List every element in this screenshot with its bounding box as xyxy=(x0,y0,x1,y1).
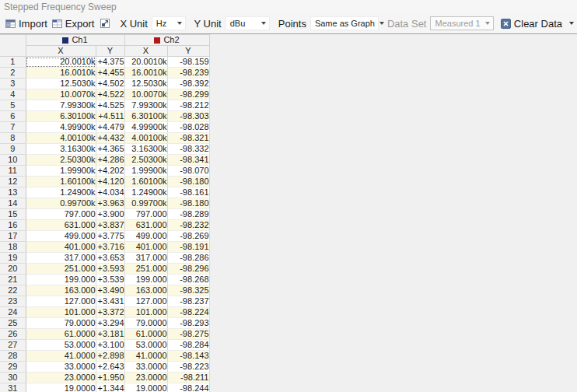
ch1-y-cell[interactable]: +3.539 xyxy=(96,275,124,285)
row-number[interactable]: 30 xyxy=(0,373,26,383)
ch2-group-header[interactable]: Ch2 xyxy=(124,35,209,46)
row-number[interactable]: 23 xyxy=(0,296,26,307)
ch2-x-cell[interactable]: 797.000 xyxy=(124,209,167,220)
ch1-x-cell[interactable]: 199.000 xyxy=(26,275,96,285)
ch2-y-cell[interactable]: -98.070 xyxy=(167,166,209,177)
ch1-x-cell[interactable]: 401.000 xyxy=(26,242,96,253)
ch2-y-cell[interactable]: -98.286 xyxy=(167,253,209,264)
row-number[interactable]: 4 xyxy=(0,89,26,100)
ch1-y-cell[interactable]: +3.716 xyxy=(96,242,124,253)
row-number[interactable]: 7 xyxy=(0,122,26,133)
ch2-y-cell[interactable]: -98.303 xyxy=(167,111,209,122)
x-unit-combo[interactable]: Hz xyxy=(152,16,186,30)
row-number[interactable]: 15 xyxy=(0,209,26,220)
corner-header-cell[interactable] xyxy=(0,35,26,57)
ch1-y-cell[interactable]: +3.653 xyxy=(96,253,124,264)
row-number[interactable]: 18 xyxy=(0,242,26,253)
ch1-y-cell[interactable]: +3.431 xyxy=(96,296,124,307)
ch1-y-cell[interactable]: +3.900 xyxy=(96,209,124,220)
row-number[interactable]: 3 xyxy=(0,79,26,89)
ch2-x-cell[interactable]: 10.0070k xyxy=(124,89,167,100)
row-number[interactable]: 25 xyxy=(0,318,26,329)
ch2-y-cell[interactable]: -98.161 xyxy=(167,187,209,198)
ch1-x-cell[interactable]: 317.000 xyxy=(26,253,96,264)
ch1-y-cell[interactable]: +3.963 xyxy=(96,198,124,209)
ch1-x-cell[interactable]: 79.0000 xyxy=(26,318,96,329)
ch2-y-cell[interactable]: -98.392 xyxy=(167,79,209,89)
ch2-x-cell[interactable]: 317.000 xyxy=(124,253,167,264)
ch2-x-cell[interactable]: 23.0000 xyxy=(124,373,167,383)
row-number[interactable]: 14 xyxy=(0,198,26,209)
ch1-y-cell[interactable]: +2.898 xyxy=(96,351,124,362)
ch1-x-cell[interactable]: 53.0000 xyxy=(26,340,96,351)
row-number[interactable]: 16 xyxy=(0,220,26,231)
row-number[interactable]: 5 xyxy=(0,100,26,111)
ch2-x-cell[interactable]: 79.0000 xyxy=(124,318,167,329)
ch2-x-cell[interactable]: 7.99300k xyxy=(124,100,167,111)
ch1-y-cell[interactable]: +3.490 xyxy=(96,285,124,296)
ch1-x-cell[interactable]: 1.60100k xyxy=(26,177,96,187)
ch2-x-cell[interactable]: 4.99900k xyxy=(124,122,167,133)
row-number[interactable]: 11 xyxy=(0,166,26,177)
ch1-y-cell[interactable]: +4.375 xyxy=(96,57,124,68)
row-number[interactable]: 10 xyxy=(0,155,26,166)
ch1-x-cell[interactable]: 631.000 xyxy=(26,220,96,231)
ch2-x-cell[interactable]: 1.60100k xyxy=(124,177,167,187)
row-number[interactable]: 29 xyxy=(0,362,26,373)
ch1-y-cell[interactable]: +3.100 xyxy=(96,340,124,351)
clear-data-dropdown-caret[interactable] xyxy=(569,22,574,25)
ch1-x-cell[interactable]: 41.0000 xyxy=(26,351,96,362)
row-number[interactable]: 6 xyxy=(0,111,26,122)
ch1-y-cell[interactable]: +4.202 xyxy=(96,166,124,177)
y-unit-combo[interactable]: dBu xyxy=(226,16,270,30)
ch1-x-cell[interactable]: 10.0070k xyxy=(26,89,96,100)
ch2-x-cell[interactable]: 631.000 xyxy=(124,220,167,231)
row-number[interactable]: 13 xyxy=(0,187,26,198)
ch1-x-cell[interactable]: 19.0000 xyxy=(26,383,96,392)
ch2-y-cell[interactable]: -98.191 xyxy=(167,242,209,253)
ch1-x-cell[interactable]: 1.24900k xyxy=(26,187,96,198)
ch1-x-cell[interactable]: 0.99700k xyxy=(26,198,96,209)
ch2-x-cell[interactable]: 101.000 xyxy=(124,307,167,318)
ch2-x-cell[interactable]: 53.0000 xyxy=(124,340,167,351)
ch2-y-cell[interactable]: -98.212 xyxy=(167,100,209,111)
ch1-x-cell[interactable]: 12.5030k xyxy=(26,79,96,89)
ch1-y-cell[interactable]: +1.344 xyxy=(96,383,124,392)
ch2-y-cell[interactable]: -98.325 xyxy=(167,285,209,296)
ch2-y-cell[interactable]: -98.223 xyxy=(167,362,209,373)
ch1-x-cell[interactable]: 127.000 xyxy=(26,296,96,307)
ch1-x-cell[interactable]: 499.000 xyxy=(26,231,96,242)
ch2-x-cell[interactable]: 1.99900k xyxy=(124,166,167,177)
ch1-x-cell[interactable]: 3.16300k xyxy=(26,144,96,155)
ch1-y-cell[interactable]: +3.372 xyxy=(96,307,124,318)
ch2-x-cell[interactable]: 1.24900k xyxy=(124,187,167,198)
ch1-y-cell[interactable]: +3.294 xyxy=(96,318,124,329)
ch2-y-cell[interactable]: -98.268 xyxy=(167,275,209,285)
ch2-x-cell[interactable]: 163.000 xyxy=(124,285,167,296)
ch2-x-cell[interactable]: 16.0010k xyxy=(124,68,167,79)
row-number[interactable]: 24 xyxy=(0,307,26,318)
ch2-x-cell[interactable]: 6.30100k xyxy=(124,111,167,122)
ch2-y-cell[interactable]: -98.321 xyxy=(167,133,209,144)
ch2-y-cell[interactable]: -98.275 xyxy=(167,329,209,340)
ch2-x-cell[interactable]: 0.99700k xyxy=(124,198,167,209)
ch1-x-cell[interactable]: 61.0000 xyxy=(26,329,96,340)
ch2-x-cell[interactable]: 4.00100k xyxy=(124,133,167,144)
ch1-x-cell[interactable]: 6.30100k xyxy=(26,111,96,122)
export-button[interactable]: Export xyxy=(50,16,97,31)
ch1-y-cell[interactable]: +3.837 xyxy=(96,220,124,231)
ch2-y-cell[interactable]: -98.269 xyxy=(167,231,209,242)
ch1-x-cell[interactable]: 23.0000 xyxy=(26,373,96,383)
ch2-x-cell[interactable]: 12.5030k xyxy=(124,79,167,89)
ch2-x-column-header[interactable]: X xyxy=(124,46,167,57)
ch2-x-cell[interactable]: 61.0000 xyxy=(124,329,167,340)
ch1-x-cell[interactable]: 20.0010k xyxy=(26,57,96,68)
clear-data-button[interactable]: Clear Data xyxy=(498,16,565,31)
ch1-y-cell[interactable]: +4.502 xyxy=(96,79,124,89)
ch1-y-cell[interactable]: +4.455 xyxy=(96,68,124,79)
ch1-y-cell[interactable]: +4.286 xyxy=(96,155,124,166)
ch1-y-cell[interactable]: +2.643 xyxy=(96,362,124,373)
row-number[interactable]: 17 xyxy=(0,231,26,242)
ch2-y-cell[interactable]: -98.180 xyxy=(167,198,209,209)
ch1-x-cell[interactable]: 1.99900k xyxy=(26,166,96,177)
